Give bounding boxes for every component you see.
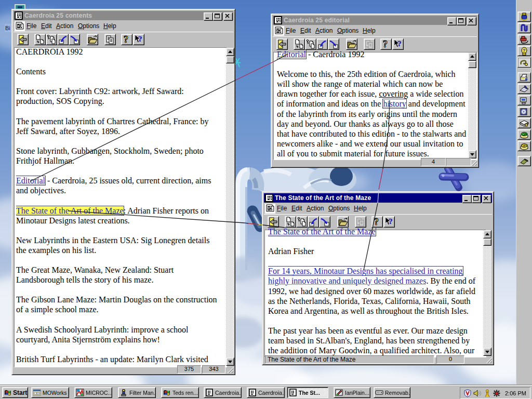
svg-text:?: ? <box>374 217 379 227</box>
svg-text:?: ? <box>523 48 526 53</box>
svg-text:ON: ON <box>522 132 527 136</box>
svg-text:OFF: OFF <box>522 144 528 148</box>
svg-text:?: ? <box>124 34 128 45</box>
svg-text:Bi: Bi <box>5 25 10 31</box>
svg-text:?: ? <box>383 39 388 49</box>
